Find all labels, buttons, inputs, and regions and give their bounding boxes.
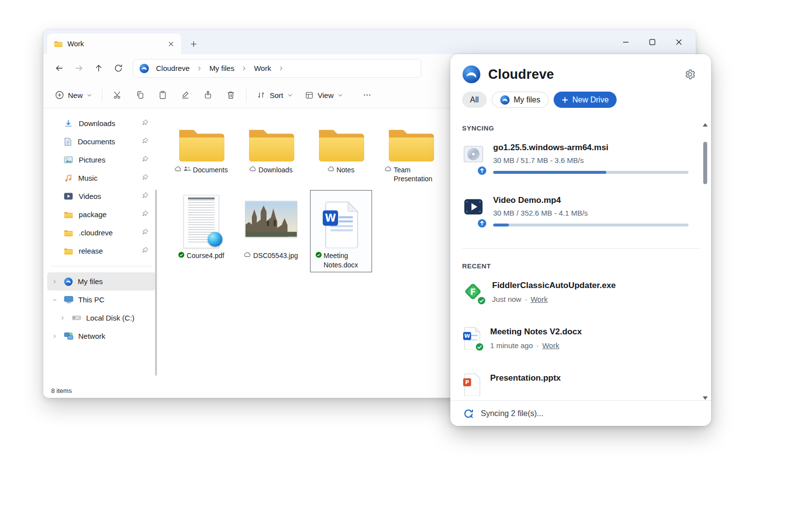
gear-icon bbox=[684, 68, 696, 80]
downloads-icon bbox=[64, 119, 73, 128]
sidebar-item-release[interactable]: release bbox=[47, 242, 156, 260]
sidebar-item-my-files[interactable]: My files bbox=[47, 272, 156, 291]
sort-button[interactable]: Sort bbox=[250, 86, 299, 104]
synced-check-icon bbox=[178, 252, 185, 258]
refresh-button[interactable] bbox=[108, 59, 128, 78]
tab-strip: Work bbox=[43, 30, 696, 54]
tab-close-icon[interactable] bbox=[164, 37, 177, 50]
pin-icon bbox=[142, 247, 149, 253]
ellipsis-icon bbox=[363, 91, 372, 99]
scrollbar-thumb[interactable] bbox=[703, 142, 707, 184]
file-name: Course4.pdf bbox=[187, 251, 224, 260]
disk-drive-icon bbox=[72, 314, 81, 322]
chevron-right-icon[interactable] bbox=[50, 334, 59, 339]
sync-file-name: go1.25.5.windows-arm64.msi bbox=[493, 143, 688, 153]
new-tab-button[interactable] bbox=[185, 35, 202, 52]
copy-button[interactable] bbox=[129, 86, 152, 104]
file-item-course4-pdf[interactable]: Course4.pdf bbox=[166, 190, 236, 272]
back-button[interactable] bbox=[49, 59, 69, 78]
pdf-thumbnail bbox=[184, 195, 219, 248]
recent-location-link[interactable]: Work bbox=[531, 295, 548, 303]
sidebar-label: Documents bbox=[78, 137, 115, 146]
sidebar-item-local-disk[interactable]: Local Disk (C:) bbox=[47, 309, 156, 327]
folder-item-downloads[interactable]: Downloads bbox=[236, 117, 306, 183]
sidebar-item-network[interactable]: Network bbox=[47, 327, 156, 345]
video-file-icon bbox=[462, 195, 485, 227]
tab-work[interactable]: Work bbox=[47, 33, 181, 54]
syncing-heading: SYNCING bbox=[462, 125, 688, 132]
sidebar-label: My files bbox=[78, 277, 103, 286]
network-icon bbox=[64, 332, 73, 340]
clipboard-icon bbox=[158, 90, 168, 100]
scroll-up-icon[interactable] bbox=[703, 123, 708, 127]
sidebar-item-videos[interactable]: Videos bbox=[47, 187, 156, 205]
new-button[interactable]: New bbox=[49, 86, 98, 104]
syncing-item[interactable]: go1.25.5.windows-arm64.msi 30 MB / 51.7 … bbox=[462, 143, 688, 174]
items-count: 8 items bbox=[51, 387, 72, 394]
view-button[interactable]: View bbox=[299, 86, 349, 104]
scrollbar-track[interactable] bbox=[702, 129, 708, 394]
breadcrumb-my-files[interactable]: My files bbox=[206, 62, 237, 74]
file-item-dsc05543-jpg[interactable]: DSC05543.jpg bbox=[236, 190, 306, 272]
sidebar-label: release bbox=[79, 247, 103, 255]
filter-all[interactable]: All bbox=[462, 92, 487, 108]
sidebar-label: package bbox=[79, 210, 107, 219]
chevron-right-icon[interactable] bbox=[58, 316, 67, 321]
sidebar-item-documents[interactable]: Documents bbox=[47, 132, 156, 151]
progress-bar bbox=[493, 224, 688, 227]
filter-my-files[interactable]: My files bbox=[492, 92, 549, 108]
panel-footer: Syncing 2 file(s)... bbox=[450, 400, 711, 426]
file-item-meeting-notes-docx[interactable]: W Meeting Notes.docx bbox=[310, 190, 372, 272]
cut-button[interactable] bbox=[106, 86, 129, 104]
desktop: Work bbox=[0, 0, 812, 519]
chevron-down-icon bbox=[287, 93, 293, 98]
sidebar-label: Music bbox=[78, 174, 97, 182]
rename-button[interactable] bbox=[174, 86, 197, 104]
new-drive-button[interactable]: New Drive bbox=[554, 92, 617, 108]
filter-all-label: All bbox=[470, 96, 479, 104]
address-bar[interactable]: Cloudreve My files Work bbox=[133, 59, 421, 78]
recent-location-link[interactable]: Work bbox=[542, 341, 560, 350]
breadcrumb-work[interactable]: Work bbox=[251, 62, 274, 74]
recent-time: 1 minute ago bbox=[490, 341, 533, 350]
sidebar-item-downloads[interactable]: Downloads bbox=[47, 114, 156, 132]
sync-status-text: Syncing 2 file(s)... bbox=[481, 409, 543, 418]
share-button[interactable] bbox=[197, 86, 219, 104]
panel-scrollbar[interactable] bbox=[702, 123, 708, 400]
delete-button[interactable] bbox=[219, 86, 242, 104]
settings-button[interactable] bbox=[682, 66, 698, 83]
chevron-down-icon[interactable] bbox=[50, 297, 59, 302]
sidebar-item-this-pc[interactable]: This PC bbox=[47, 291, 156, 309]
paste-button[interactable] bbox=[152, 86, 174, 104]
maximize-button[interactable] bbox=[639, 30, 665, 54]
recent-item[interactable]: P Presentation.pptx bbox=[462, 373, 688, 396]
syncing-item[interactable]: Video Demo.mp4 30 MB / 352.6 MB - 4.1 MB… bbox=[462, 195, 688, 227]
meta-separator: · bbox=[536, 341, 539, 350]
uploading-badge-icon bbox=[477, 165, 487, 176]
sidebar-scrollbar[interactable] bbox=[155, 190, 157, 376]
scroll-down-icon[interactable] bbox=[703, 396, 708, 400]
sync-status-icon bbox=[463, 408, 474, 419]
chevron-right-icon[interactable] bbox=[50, 279, 59, 284]
sidebar-item-pictures[interactable]: Pictures bbox=[47, 151, 156, 169]
up-button[interactable] bbox=[89, 59, 108, 78]
folder-item-team-presentation[interactable]: Team Presentation bbox=[376, 117, 446, 183]
folder-icon bbox=[64, 229, 73, 236]
cloudreve-logo-icon bbox=[64, 277, 73, 286]
sidebar-item-music[interactable]: Music bbox=[47, 169, 156, 187]
folder-item-notes[interactable]: Notes bbox=[306, 117, 376, 183]
panel-title: Cloudreve bbox=[488, 67, 674, 82]
edge-browser-icon bbox=[208, 232, 222, 247]
more-options-button[interactable] bbox=[356, 86, 378, 104]
pin-icon bbox=[142, 228, 149, 235]
folder-item-documents[interactable]: Documents bbox=[166, 117, 236, 183]
minimize-button[interactable] bbox=[612, 30, 639, 54]
breadcrumb-cloudreve[interactable]: Cloudreve bbox=[153, 62, 192, 74]
recent-item[interactable]: F FiddlerClassicAutoUpdater.exe Just now… bbox=[462, 281, 688, 303]
sidebar-item-package[interactable]: package bbox=[47, 205, 156, 224]
forward-button[interactable] bbox=[69, 59, 89, 78]
close-button[interactable] bbox=[665, 30, 692, 54]
sidebar-item-cloudreve-folder[interactable]: .cloudreve bbox=[47, 224, 156, 242]
recent-item[interactable]: W Meeting Notes V2.docx 1 minute ago · W… bbox=[462, 327, 688, 350]
folder-icon bbox=[54, 40, 62, 47]
